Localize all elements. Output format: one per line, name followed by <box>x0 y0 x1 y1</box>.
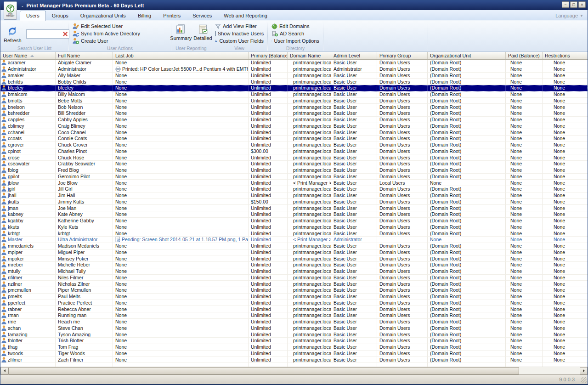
table-row[interactable]: pmeltsPaul MeltsNoneUnlimitedprintmanage… <box>0 294 588 300</box>
cell-admin: Basic User <box>331 205 377 211</box>
table-row[interactable]: MasterUltra AdministratorPending: Screen… <box>0 237 588 243</box>
column-header-domain-name[interactable]: Domain Name <box>288 52 331 59</box>
table-row[interactable]: tamazingTyson AmazingNoneUnlimitedprintm… <box>0 331 588 338</box>
table-row[interactable]: jblowJoe BlowNoneUnlimited< Print Manage… <box>0 180 588 186</box>
table-row[interactable]: nfilmerNiles FilmerNoneUnlimitedprintman… <box>0 275 588 281</box>
table-row[interactable]: acramerAbigale CramerNoneUnlimitedprintm… <box>0 60 588 66</box>
refresh-button[interactable]: Refresh <box>0 24 25 43</box>
table-row[interactable]: ccoatsConnie CoatsNoneUnlimitedprintmana… <box>0 136 588 142</box>
show-inactive-users-checkbox[interactable]: Show Inactive Users <box>213 30 266 37</box>
search-user-input[interactable] <box>28 31 62 37</box>
table-row[interactable]: rabnerRebecca AbnerNoneUnlimitedprintman… <box>0 306 588 312</box>
summary-report-button[interactable]: Summary <box>169 22 192 45</box>
table-row[interactable]: jmanJoe ManNoneUnlimitedprintmanager.loc… <box>0 205 588 211</box>
table-row[interactable]: mpiperMiguel PiperNoneUnlimitedprintmana… <box>0 249 588 256</box>
table-row[interactable]: mtullyMichael TullyNoneUnlimitedprintman… <box>0 268 588 275</box>
table-row[interactable]: bchildsBobby ChildsNoneUnlimitedprintman… <box>0 79 588 85</box>
column-header-restrictions[interactable]: Restrictions <box>543 52 588 59</box>
column-header-organizational-unit[interactable]: Organizational Unit <box>428 52 506 59</box>
create-user-button[interactable]: Create User <box>71 37 169 45</box>
table-row[interactable]: mmcdanielsMadison McdanielsNoneUnlimited… <box>0 243 588 249</box>
cell-restr: None <box>543 79 588 85</box>
tab-organizational-units[interactable]: Organizational Units <box>74 11 132 20</box>
column-header-primary-group[interactable]: Primary Group <box>377 52 428 59</box>
tab-services[interactable]: Services <box>187 11 218 20</box>
tab-users[interactable]: Users <box>20 11 46 21</box>
scrollbar-track[interactable] <box>519 367 580 374</box>
table-row[interactable]: capplesCabby ApplesNoneUnlimitedprintman… <box>0 117 588 123</box>
table-row[interactable]: bmottsBebe MottsNoneUnlimitedprintmanage… <box>0 98 588 104</box>
table-row[interactable]: jkuttsJimmy KuttsNone$150.00printmanager… <box>0 199 588 205</box>
clear-search-icon[interactable] <box>62 31 68 37</box>
quick-access-chevron-icon[interactable]: ⌄ <box>21 3 24 8</box>
table-row[interactable]: schanSteve ChanNoneUnlimitedprintmanager… <box>0 325 588 332</box>
table-row[interactable]: kkutsKyle KutsNoneUnlimitedprintmanager.… <box>0 224 588 231</box>
maximize-button[interactable]: □ <box>570 1 577 8</box>
table-row[interactable]: cseawaterCrabby SeawaterNoneUnlimitedpri… <box>0 161 588 167</box>
column-header-user-name[interactable]: User Name <box>0 52 56 59</box>
table-row[interactable]: tblotterTrish BlotterNoneUnlimitedprintm… <box>0 338 588 344</box>
minimize-button[interactable]: − <box>562 1 569 8</box>
column-header-last-job[interactable]: Last Job <box>113 52 249 59</box>
language-dropdown[interactable]: Language ▼ <box>555 13 583 18</box>
table-row[interactable]: pperfectPractice PerfectNoneUnlimitedpri… <box>0 300 588 306</box>
table-row[interactable]: rmanRunning manNoneUnlimitedprintmanager… <box>0 312 588 319</box>
table-row[interactable]: cpinotCharles PinotNone$300.00printmanag… <box>0 148 588 155</box>
table-row[interactable]: cblimeyCraig BlimeyNoneUnlimitedprintman… <box>0 123 588 130</box>
table-row[interactable]: bshredderBill ShredderNoneUnlimitedprint… <box>0 110 588 117</box>
table-row[interactable]: jgirlJill GirlNoneUnlimitedprintmanager.… <box>0 186 588 192</box>
tab-printers[interactable]: Printers <box>157 11 187 20</box>
table-row[interactable]: jhallJim HallNoneUnlimitedprintmanager.l… <box>0 192 588 199</box>
table-row[interactable]: gpilotGeronimo PilotNoneUnlimitedprintma… <box>0 174 588 180</box>
table-row[interactable]: amakerAlly MakerNoneUnlimitedprintmanage… <box>0 73 588 79</box>
horizontal-scrollbar[interactable] <box>0 367 588 374</box>
table-row[interactable]: zfilmerZach FilmerNoneUnlimitedprintmana… <box>0 357 588 363</box>
column-header-primary-balance[interactable]: Primary (Balance) <box>249 52 288 59</box>
sync-from-active-directory-button[interactable]: Sync from Active Directory <box>71 30 169 37</box>
table-row[interactable]: kgabbyKatherine GabbyNoneUnlimitedprintm… <box>0 218 588 224</box>
table-row[interactable]: bmalcomBilly MalcomNoneUnlimitedprintman… <box>0 91 588 98</box>
edit-selected-user-button[interactable]: Edit Selected User <box>71 23 169 30</box>
table-row[interactable]: kabneyKate AbneyNoneUnlimitedprintmanage… <box>0 211 588 218</box>
scroll-left-button[interactable] <box>0 367 8 374</box>
table-row[interactable]: pmcmullenPiper McmullenNoneUnlimitedprin… <box>0 287 588 294</box>
detailed-report-button[interactable]: Detailed <box>192 22 213 45</box>
table-row[interactable]: AdministratorAdministratorPrinted: HP Co… <box>0 66 588 73</box>
table-row[interactable]: mreberMichelle ReberNoneUnlimitedprintma… <box>0 262 588 268</box>
scrollbar-thumb[interactable] <box>8 367 519 374</box>
table-row[interactable]: tfragTom FragNoneUnlimitedprintmanager.l… <box>0 344 588 351</box>
tab-web-and-reporting[interactable]: Web and Reporting <box>218 11 273 20</box>
cell-domain: < Print Manager > <box>288 237 331 243</box>
cell-admin: Basic User <box>331 142 377 148</box>
close-button[interactable]: × <box>578 1 586 8</box>
add-view-filter-button[interactable]: Add View Filter <box>213 23 266 30</box>
cell-ou: (Domain Root) <box>428 136 506 142</box>
table-row[interactable]: twoodsTiger WoodsNoneUnlimitedprintmanag… <box>0 351 588 357</box>
cell-full: Bill Shredder <box>56 110 113 117</box>
edit-domains-button[interactable]: Edit Domains <box>270 23 321 30</box>
table-row[interactable]: krbtgtkrbtgtNoneUnlimitedprintmanager.lo… <box>0 230 588 237</box>
custom-user-fields-button[interactable]: Custom User Fields <box>213 37 266 45</box>
table-row[interactable]: mpokerMimsey PokerNoneUnlimitedprintmana… <box>0 255 588 262</box>
app-menu-button[interactable]: Print Manager <box>4 1 17 20</box>
scroll-right-button[interactable] <box>580 367 588 374</box>
column-header-full-name[interactable]: Full Name <box>56 52 113 59</box>
table-row[interactable]: croseChuck RoseNoneUnlimitedprintmanager… <box>0 154 588 161</box>
resize-grip[interactable] <box>581 377 587 383</box>
table-row[interactable]: fblogFred BlogNoneUnlimitedprintmanager.… <box>0 167 588 174</box>
tab-billing[interactable]: Billing <box>132 11 157 20</box>
table-row[interactable]: nzilnerNicholas ZilnerNoneUnlimitedprint… <box>0 281 588 287</box>
table-row[interactable]: bnelsonBob NelsonNoneUnlimitedprintmanag… <box>0 104 588 110</box>
column-header-admin-level[interactable]: Admin Level <box>331 52 377 59</box>
table-row[interactable]: bfeeleybfeeleyNoneUnlimitedprintmanager.… <box>0 85 588 91</box>
table-row[interactable]: cchanelCoco ChanelNoneUnlimitedprintmana… <box>0 129 588 136</box>
tab-groups[interactable]: Groups <box>46 11 74 20</box>
table-row[interactable]: cgroverChuck GroverNoneUnlimitedprintman… <box>0 142 588 148</box>
user-import-options-button[interactable]: User Import Options <box>270 37 321 45</box>
column-header-paid-balance[interactable]: Paid (Balance) <box>506 52 543 59</box>
table-row[interactable]: rmeReach meNoneUnlimitedprintmanager.loc… <box>0 319 588 325</box>
user-icon <box>1 130 6 135</box>
cell-job: None <box>113 174 249 180</box>
cell-primary: $300.00 <box>249 148 288 155</box>
ad-search-button[interactable]: AD Search <box>270 30 321 37</box>
